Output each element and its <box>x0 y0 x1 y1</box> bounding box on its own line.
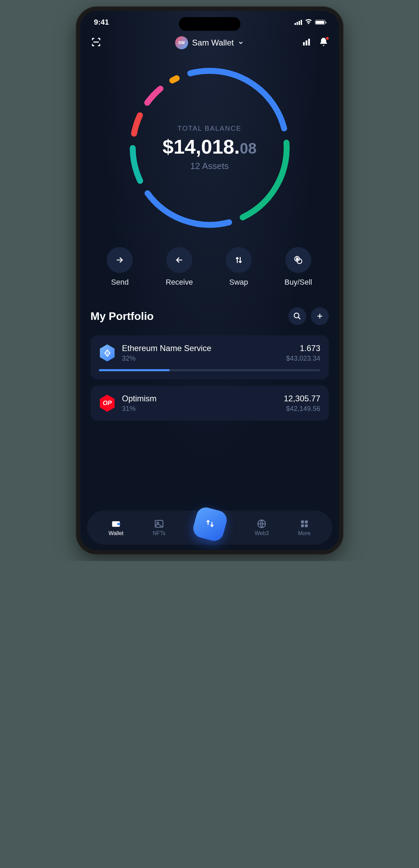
nav-more-label: More <box>298 530 310 536</box>
buysell-button[interactable]: $ Buy/Sell <box>285 247 312 287</box>
actions-row: Send Receive Swap $ Buy/Sell <box>80 237 339 290</box>
op-text: OP <box>99 395 116 412</box>
bottom-nav: Wallet NFTs Web3 More <box>87 510 332 545</box>
stats-icon[interactable] <box>301 37 312 49</box>
svg-rect-14 <box>301 524 304 527</box>
balance-cents: 08 <box>240 140 257 157</box>
grid-icon <box>299 519 310 529</box>
image-icon <box>154 519 164 529</box>
send-button[interactable]: Send <box>107 247 133 287</box>
app-screen: 9:41 <box>80 11 339 550</box>
send-label: Send <box>111 278 129 287</box>
avatar: SW <box>175 36 188 49</box>
notification-dot <box>325 36 329 40</box>
asset-pct: 32% <box>122 354 280 362</box>
wallet-selector[interactable]: SW Sam Wallet <box>175 36 244 49</box>
globe-icon <box>257 519 267 529</box>
balance-currency: $ <box>162 135 173 158</box>
battery-icon <box>315 20 325 25</box>
search-button[interactable] <box>288 307 306 325</box>
asset-card-optimism[interactable]: OP Optimism 31% 12,305.77 $42,149.56 <box>91 386 329 421</box>
balance-center: TOTAL BALANCE $14,018.08 12 Assets <box>124 62 295 233</box>
wallet-icon <box>111 519 121 529</box>
svg-rect-15 <box>305 524 308 527</box>
asset-pct: 31% <box>122 405 278 413</box>
phone-frame: 9:41 <box>76 7 343 554</box>
notifications-button[interactable] <box>318 37 329 49</box>
asset-name: Ethereum Name Service <box>122 344 280 353</box>
optimism-icon: OP <box>99 395 116 412</box>
nav-center-action[interactable] <box>191 505 229 543</box>
svg-rect-13 <box>305 520 308 523</box>
asset-amount: 1.673 <box>286 344 320 353</box>
buysell-label: Buy/Sell <box>285 278 312 287</box>
nav-nfts-label: NFTs <box>153 530 165 536</box>
asset-amount: 12,305.77 <box>284 394 320 403</box>
balance-whole: 14,018. <box>173 135 240 158</box>
receive-label: Receive <box>166 278 193 287</box>
svg-rect-12 <box>301 520 304 523</box>
swap-center-icon <box>204 518 216 529</box>
signal-icon <box>294 20 302 25</box>
status-indicators <box>294 18 325 27</box>
balance-amount: $14,018.08 <box>162 135 257 158</box>
avatar-initials: SW <box>178 40 185 45</box>
asset-usd: $43,023.34 <box>286 354 320 362</box>
asset-progress <box>99 369 320 371</box>
portfolio-header: My Portfolio <box>91 307 329 325</box>
portfolio-section: My Portfolio Ethereum Name Ser <box>80 290 339 427</box>
scan-icon[interactable] <box>91 37 102 49</box>
time-label: 9:41 <box>94 18 109 27</box>
portfolio-title: My Portfolio <box>91 310 154 323</box>
wallet-name: Sam Wallet <box>192 38 234 48</box>
notch <box>179 17 240 31</box>
svg-rect-1 <box>305 40 307 46</box>
nav-web3[interactable]: Web3 <box>254 519 269 536</box>
nav-web3-label: Web3 <box>254 530 269 536</box>
ens-icon <box>99 345 116 362</box>
nav-more[interactable]: More <box>298 519 310 536</box>
asset-name: Optimism <box>122 394 278 403</box>
wifi-icon <box>305 18 312 27</box>
nav-wallet[interactable]: Wallet <box>108 519 123 536</box>
add-button[interactable] <box>311 307 329 325</box>
coins-icon: $ <box>293 255 303 265</box>
svg-rect-2 <box>308 39 310 46</box>
topbar: SW Sam Wallet <box>80 30 339 55</box>
balance-donut-chart: TOTAL BALANCE $14,018.08 12 Assets <box>124 62 295 233</box>
arrow-left-icon <box>175 256 184 264</box>
swap-button[interactable]: Swap <box>226 247 252 287</box>
svg-rect-8 <box>117 523 120 525</box>
arrow-right-icon <box>115 256 124 264</box>
svg-rect-0 <box>303 42 305 46</box>
search-icon <box>293 312 301 320</box>
plus-icon <box>316 312 324 320</box>
nav-nfts[interactable]: NFTs <box>153 519 165 536</box>
swap-label: Swap <box>229 278 248 287</box>
assets-count: 12 Assets <box>190 161 229 171</box>
svg-point-6 <box>294 313 299 318</box>
swap-icon <box>234 256 243 264</box>
svg-text:$: $ <box>296 258 298 261</box>
nav-wallet-label: Wallet <box>108 530 123 536</box>
asset-card-ens[interactable]: Ethereum Name Service 32% 1.673 $43,023.… <box>91 335 329 379</box>
balance-label: TOTAL BALANCE <box>178 125 241 132</box>
asset-usd: $42,149.56 <box>284 405 320 413</box>
